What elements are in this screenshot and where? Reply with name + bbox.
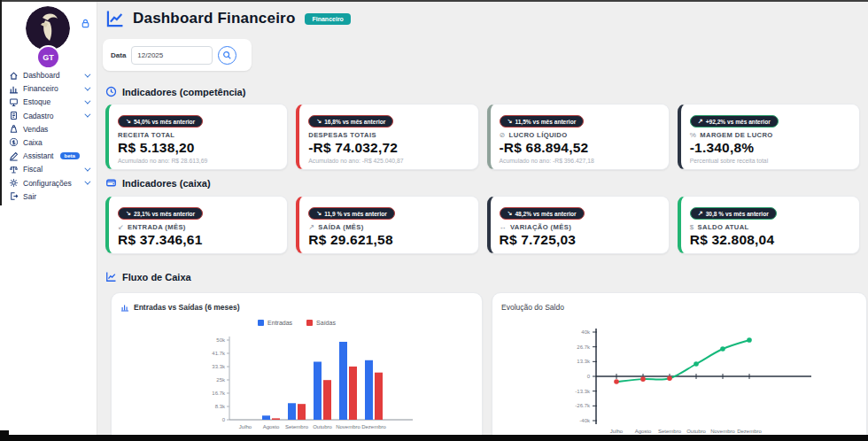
kpi-label: %MARGEM DE LUCRO [690,131,850,139]
svg-text:16.7k: 16.7k [212,391,226,396]
kpi-label-text: MARGEM DE LUCRO [700,131,772,139]
cash-icon [9,137,19,147]
svg-text:Outubro: Outubro [313,424,332,429]
trend-badge: ↘54,0% vs mês anterior [118,115,203,128]
section-title: Fluxo de Caixa [122,272,191,282]
date-input[interactable] [131,46,213,65]
saldo-line-chart: -40k-26.7k-13.3k013.3k26.7k40kJulhoAgost… [541,321,842,441]
window-top-edge [0,0,868,2]
sidebar-item-dashboard[interactable]: Dashboard [9,71,94,80]
trend-badge-text: 54,0% vs mês anterior [134,119,195,125]
trend-badge-text: 23,1% vs mês anterior [134,211,195,217]
sidebar-item-label: Financeiro [23,84,58,93]
chevron-down-icon [84,179,90,185]
sidebar-item-fiscal[interactable]: Fiscal [9,165,94,174]
bar-chart-title: Entradas vs Saídas (6 meses) [134,303,240,312]
svg-text:13.3k: 13.3k [577,359,591,364]
trend-badge-text: 11,9 % vs mês anterior [324,211,387,217]
section-title: Indicadores (caixa) [122,178,211,189]
kpi-label-text: SALDO ATUAL [698,223,749,231]
date-filter-label: Data [111,51,126,59]
svg-text:0: 0 [222,417,226,422]
trend-badge: ↘11,9 % vs mês anterior [308,207,395,220]
sidebar-item-label: Caixa [23,138,43,147]
gear-icon [9,178,19,188]
page-title: Dashboard Financeiro [133,10,295,27]
chevron-down-icon [84,71,90,77]
competencia-cards-row: ↘54,0% vs mês anteriorRECEITA TOTALR$ 5.… [105,104,860,170]
trend-down-icon: ↘ [126,118,131,125]
kpi-card: ↘11,5% vs mês anterior⊘LUCRO LÍQUIDO-R$ … [487,104,670,170]
legend-swatch [306,320,313,326]
date-filter-card: Data [103,39,252,71]
kpi-label: RECEITA TOTAL [118,131,278,139]
line-chart-icon [105,9,125,28]
store-icon [9,124,19,134]
entradas-saidas-bar-chart: 08.3k16.7k25k33.3k41.7k50kJulhoAgostoSet… [198,331,420,436]
legend-item[interactable]: Entradas [258,320,292,326]
kpi-label-text: VARIAÇÃO (MÊS) [510,223,571,231]
svg-text:33.3k: 33.3k [212,364,226,369]
sidebar-item-estoque[interactable]: Estoque [9,97,94,106]
beta-badge: beta [60,152,80,159]
sidebar-item-configura-es[interactable]: Configurações [9,179,94,188]
sidebar-item-label: Cadastro [23,112,54,120]
kpi-subtext: Percentual sobre receita total [690,158,850,164]
kpi-value: R$ 7.725,03 [500,232,660,248]
kpi-subtext: Acumulado no ano: -R$ 425.040,87 [308,158,469,164]
sidebar-item-vendas[interactable]: Vendas [9,125,94,134]
bar-chart-card: Entradas vs Saídas (6 meses) EntradasSaí… [111,292,483,441]
user-avatar[interactable]: GT [36,45,60,69]
sidebar-item-financeiro[interactable]: Financeiro [9,84,94,93]
trend-up-icon: ↗ [698,210,703,217]
scale-icon [9,165,19,174]
sidebar-item-sair[interactable]: Sair [9,192,94,201]
sidebar-item-caixa[interactable]: Caixa [9,138,94,147]
legend-swatch [258,320,264,326]
kpi-card: ↘54,0% vs mês anteriorRECEITA TOTALR$ 5.… [105,104,288,170]
kpi-label: ↙ENTRADA (MÊS) [118,223,278,231]
sidebar-item-assistant[interactable]: Assistantbeta [9,151,94,160]
chart-legend: EntradasSaídas [112,320,482,326]
sidebar-item-label: Vendas [23,125,48,134]
svg-text:-13.3k: -13.3k [575,389,591,394]
svg-text:Dezembro: Dezembro [361,424,386,429]
line-chart-icon [105,271,117,282]
arrow-down-left-icon: ↙ [118,223,124,231]
kpi-subtext: Acumulado no ano: R$ 28.613,69 [118,158,278,164]
trend-badge: ↗30,8 % vs mês anterior [690,207,777,220]
sidebar-item-cadastro[interactable]: Cadastro [9,112,94,120]
search-button[interactable] [218,46,236,65]
kpi-card: ↘23,1% vs mês anterior↙ENTRADA (MÊS)R$ 3… [105,196,288,254]
kpi-label-text: SAÍDA (MÊS) [318,223,363,231]
window-bottom-bar [0,435,868,441]
svg-text:Dezembro: Dezembro [737,429,762,434]
kpi-card: ↗+92,2% vs mês anterior%MARGEM DE LUCRO-… [678,104,860,170]
section-title: Indicadores (competência) [122,87,245,97]
svg-text:Julho: Julho [610,429,624,434]
trend-badge-text: +92,2% vs mês anterior [706,119,771,125]
svg-text:-26.7k: -26.7k [575,403,591,408]
kpi-label: ⊘LUCRO LÍQUIDO [500,131,660,139]
kpi-value: R$ 37.346,61 [118,232,278,248]
sidebar-menu: DashboardFinanceiroEstoqueCadastroVendas… [9,71,94,201]
kpi-value: -R$ 68.894,52 [500,140,660,156]
kpi-value: R$ 32.808,04 [690,232,850,248]
trend-down-icon: ↘ [508,118,513,125]
trend-badge: ↘48,2% vs mês anterior [500,207,585,220]
svg-text:Agosto: Agosto [635,429,652,434]
page-header: Dashboard Financeiro Financeiro [105,9,351,28]
lock-icon[interactable] [80,17,91,28]
svg-text:41.7k: 41.7k [212,351,226,356]
search-icon [222,50,232,60]
legend-item[interactable]: Saídas [306,320,336,326]
kpi-label-text: ENTRADA (MÊS) [128,223,186,231]
kpi-label: $SALDO ATUAL [690,223,850,231]
sidebar-item-label: Configurações [23,179,72,188]
trend-badge-text: 16,8% vs mês anterior [324,119,385,125]
legend-label: Entradas [267,320,292,326]
sidebar-item-label: Estoque [23,97,50,106]
svg-text:50k: 50k [216,337,226,343]
kpi-card: ↘16,8% vs mês anteriorDESPESAS TOTAIS-R$… [296,104,478,170]
svg-text:Setembro: Setembro [658,429,682,434]
